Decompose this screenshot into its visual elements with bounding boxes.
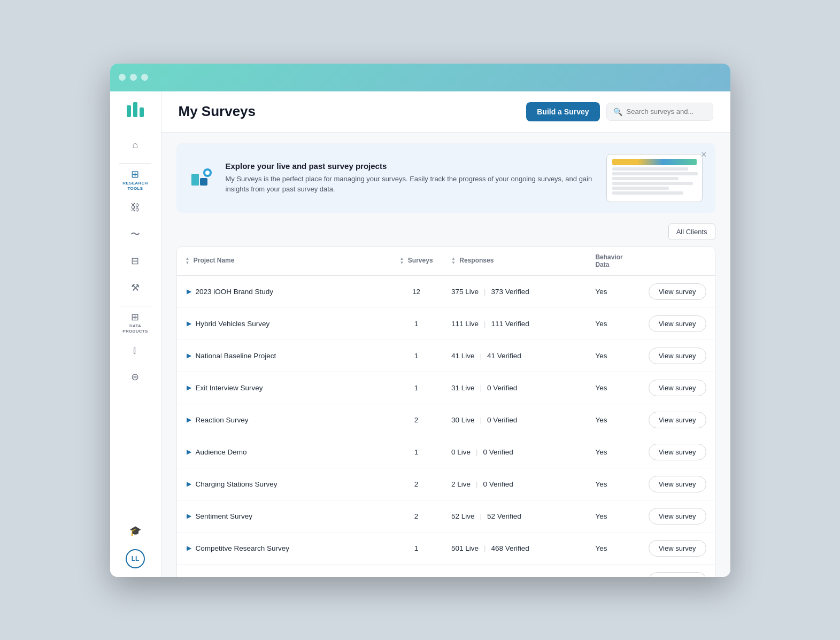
banner-close-button[interactable]: × (701, 150, 707, 159)
col-header-project[interactable]: ▲▼ Project Name (177, 247, 390, 275)
search-input[interactable] (627, 107, 706, 115)
survey-count: 2 (390, 500, 443, 532)
project-name-cell: ▶ Banking Study (177, 564, 390, 577)
verified-count: 0 Verified (487, 416, 517, 424)
responses-divider: | (480, 416, 482, 424)
verified-count: 0 Verified (483, 480, 513, 488)
main-header: My Surveys Build a Survey 🔍 (161, 91, 730, 133)
behavior-yes: Yes (595, 480, 607, 488)
banner-text: Explore your live and past survey projec… (226, 161, 596, 195)
sidebar-item-fingerprint[interactable]: ⊛ (116, 364, 155, 390)
behavior-data-cell: Yes (587, 532, 639, 564)
sidebar-item-hammer[interactable]: ⚒ (116, 275, 155, 300)
build-survey-button[interactable]: Build a Survey (526, 102, 599, 121)
expand-row-button[interactable]: ▶ (186, 575, 192, 577)
user-avatar[interactable]: LL (126, 549, 145, 568)
responses-cell: 31 Live | 0 Verified (443, 372, 587, 404)
sidebar-item-research-tools[interactable]: ⊞ RESEARCHTOOLS (116, 168, 155, 194)
live-count: 501 Live (451, 544, 479, 552)
behavior-yes: Yes (595, 352, 607, 360)
banner-description: My Surveys is the perfect place for mana… (226, 174, 596, 195)
action-cell: View survey (640, 500, 715, 532)
project-name-cell: ▶ Reaction Survey (177, 404, 390, 436)
behavior-yes: Yes (595, 544, 607, 552)
responses-divider: | (484, 320, 486, 328)
project-name: Banking Study (196, 576, 242, 577)
sort-arrows-responses: ▲▼ (451, 257, 456, 265)
view-survey-button[interactable]: View survey (649, 476, 706, 492)
responses-cell: 166 Live | 118 Verified (443, 564, 587, 577)
expand-row-button[interactable]: ▶ (186, 351, 192, 360)
expand-row-button[interactable]: ▶ (186, 319, 192, 328)
responses-divider: | (484, 544, 486, 552)
view-survey-button[interactable]: View survey (649, 412, 706, 428)
verified-count: 0 Verified (487, 384, 517, 392)
sidebar-item-data-products[interactable]: ⊞ DATAPRODUCTS (116, 311, 155, 336)
sidebar: ⌂ ⊞ RESEARCHTOOLS ⛓ 〜 ⊟ ⚒ ⊞ DA (110, 91, 161, 577)
col-header-responses[interactable]: ▲▼ Responses (443, 247, 587, 275)
responses-cell: 375 Live | 373 Verified (443, 275, 587, 308)
expand-row-button[interactable]: ▶ (186, 447, 192, 457)
expand-row-button[interactable]: ▶ (186, 479, 192, 489)
survey-count: 2 (390, 468, 443, 500)
project-name-cell: ▶ 2023 iOOH Brand Study (177, 275, 390, 308)
action-cell: View survey (640, 340, 715, 372)
responses-cell: 30 Live | 0 Verified (443, 404, 587, 436)
view-survey-button[interactable]: View survey (649, 380, 706, 396)
responses-divider: | (484, 288, 486, 296)
banner-preview (606, 154, 703, 202)
minimize-dot (130, 74, 137, 81)
project-name-cell: ▶ National Baseline Project (177, 340, 390, 372)
behavior-yes: Yes (595, 320, 607, 328)
view-survey-button[interactable]: View survey (649, 348, 706, 364)
project-name: 2023 iOOH Brand Study (196, 288, 274, 296)
view-survey-button[interactable]: View survey (649, 540, 706, 557)
live-count: 31 Live (451, 384, 475, 392)
action-cell: View survey (640, 275, 715, 308)
expand-row-button[interactable]: ▶ (186, 287, 192, 296)
sidebar-item-activity[interactable]: 〜 (116, 221, 155, 247)
sort-arrows-project: ▲▼ (186, 257, 190, 265)
sidebar-item-chart[interactable]: ⫿ (116, 337, 155, 363)
sidebar-item-link[interactable]: ⛓ (116, 195, 155, 220)
link-icon: ⛓ (130, 203, 140, 212)
behavior-data-cell: Yes (587, 340, 639, 372)
behavior-yes: Yes (595, 448, 607, 456)
view-survey-button[interactable]: View survey (649, 315, 706, 332)
expand-row-button[interactable]: ▶ (186, 383, 192, 392)
view-survey-button[interactable]: View survey (649, 508, 706, 525)
live-count: 30 Live (451, 416, 475, 424)
survey-count: 1 (390, 436, 443, 468)
page-title: My Surveys (179, 103, 256, 120)
expand-row-button[interactable]: ▶ (186, 511, 192, 521)
expand-row-button[interactable]: ▶ (186, 543, 192, 553)
live-count: 0 Live (451, 448, 471, 456)
svg-point-6 (205, 171, 210, 175)
sidebar-item-home[interactable]: ⌂ (116, 132, 155, 158)
all-clients-filter[interactable]: All Clients (668, 223, 715, 240)
view-survey-button[interactable]: View survey (649, 283, 706, 300)
verified-count: 111 Verified (491, 320, 529, 328)
table-row: ▶ Competitve Research Survey 1 501 Live … (177, 532, 715, 564)
sidebar-divider-1 (119, 163, 151, 164)
col-header-behavior: Behavior Data (587, 247, 639, 275)
survey-count: 2 (390, 564, 443, 577)
svg-rect-2 (140, 107, 144, 117)
behavior-yes: Yes (595, 416, 607, 424)
view-survey-button[interactable]: View survey (649, 444, 706, 460)
action-cell: View survey (640, 564, 715, 577)
sidebar-logo[interactable] (125, 100, 146, 121)
behavior-data-cell: Yes (587, 564, 639, 577)
behavior-data-cell: Yes (587, 372, 639, 404)
expand-row-button[interactable]: ▶ (186, 415, 192, 425)
col-header-surveys[interactable]: ▲▼ Surveys (390, 247, 443, 275)
banner-icon (189, 165, 215, 191)
sidebar-item-learn[interactable]: 🎓 (116, 518, 155, 544)
table-row: ▶ Audience Demo 1 0 Live | 0 Verified Ye… (177, 436, 715, 468)
chart-icon: ⫿ (133, 345, 137, 355)
behavior-data-cell: Yes (587, 307, 639, 340)
view-survey-button[interactable]: View survey (649, 572, 706, 577)
titlebar (110, 64, 730, 91)
sidebar-item-clipboard[interactable]: ⊟ (116, 248, 155, 274)
table-area: All Clients ▲▼ Project Name ▲▼ (161, 217, 730, 577)
